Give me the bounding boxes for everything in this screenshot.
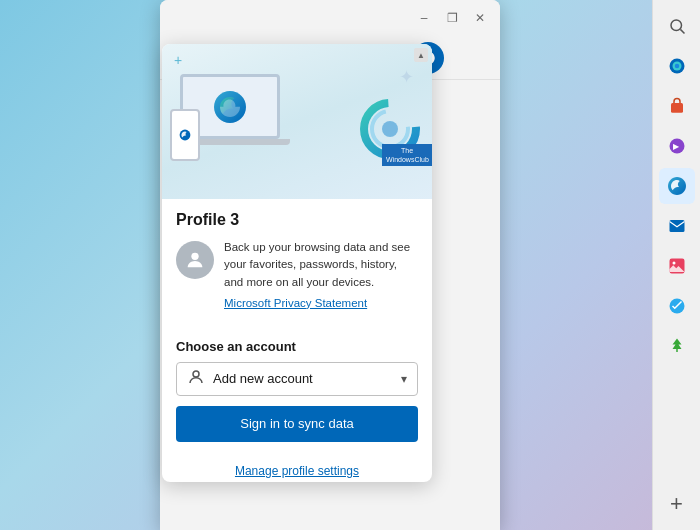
sidebar-search-icon[interactable] xyxy=(659,8,695,44)
sidebar-outlook-icon[interactable] xyxy=(659,208,695,244)
avatar xyxy=(176,241,214,279)
sign-in-sync-button[interactable]: Sign in to sync data xyxy=(176,406,418,442)
sidebar-telegram-icon[interactable] xyxy=(659,288,695,324)
sidebar-shopping-icon[interactable] xyxy=(659,88,695,124)
windowsclub-badge: The WindowsClub xyxy=(382,144,432,166)
hero-decoration-star: ✦ xyxy=(399,66,414,88)
profile-info-row: Back up your browsing data and see your … xyxy=(176,239,418,309)
profile-description: Back up your browsing data and see your … xyxy=(224,239,418,291)
dropdown-chevron-icon: ▾ xyxy=(401,372,407,386)
scroll-indicator: ▲ xyxy=(414,48,428,62)
person-icon xyxy=(187,368,205,390)
close-button[interactable]: ✕ xyxy=(470,8,490,28)
hero-phone xyxy=(170,109,200,161)
edge-logo-laptop xyxy=(210,87,250,127)
svg-rect-19 xyxy=(671,103,683,113)
svg-point-13 xyxy=(193,371,199,377)
svg-point-11 xyxy=(382,121,398,137)
browser-window: – ❐ ✕ xyxy=(160,0,500,530)
maximize-button[interactable]: ❐ xyxy=(442,8,462,28)
svg-rect-22 xyxy=(669,220,684,232)
privacy-link[interactable]: Microsoft Privacy Statement xyxy=(224,297,418,309)
minimize-button[interactable]: – xyxy=(414,8,434,28)
choose-account-title: Choose an account xyxy=(176,339,418,354)
add-new-account-label: Add new account xyxy=(213,371,313,386)
sidebar-tree-icon[interactable] xyxy=(659,328,695,364)
svg-line-15 xyxy=(680,29,684,33)
sidebar-photos-icon[interactable] xyxy=(659,248,695,284)
hero-decoration-plus: + xyxy=(174,52,182,68)
svg-point-12 xyxy=(191,253,198,260)
profile-popup: + ✦ xyxy=(162,44,432,482)
title-bar: – ❐ ✕ xyxy=(160,0,500,36)
sidebar-add-button[interactable]: + xyxy=(659,486,695,522)
hero-area: + ✦ xyxy=(162,44,432,199)
choose-account-section: Choose an account Add new account ▾ Sign… xyxy=(162,329,432,454)
account-dropdown[interactable]: Add new account ▾ xyxy=(176,362,418,396)
svg-point-14 xyxy=(671,20,682,31)
profile-description-block: Back up your browsing data and see your … xyxy=(224,239,418,309)
sidebar: ▶ xyxy=(652,0,700,530)
dropdown-left: Add new account xyxy=(187,368,313,390)
svg-point-18 xyxy=(674,64,679,69)
profile-name: Profile 3 xyxy=(176,211,418,229)
scroll-up-icon[interactable]: ▲ xyxy=(414,48,428,62)
svg-point-24 xyxy=(672,262,675,265)
manage-profile-link[interactable]: Manage profile settings xyxy=(162,454,432,482)
profile-content: Profile 3 Back up your browsing data and… xyxy=(162,199,432,329)
edge-logo-phone xyxy=(179,129,191,141)
sidebar-edge-icon[interactable] xyxy=(659,168,695,204)
svg-text:▶: ▶ xyxy=(673,142,680,151)
sidebar-favorites-icon[interactable] xyxy=(659,48,695,84)
sidebar-games-icon[interactable]: ▶ xyxy=(659,128,695,164)
